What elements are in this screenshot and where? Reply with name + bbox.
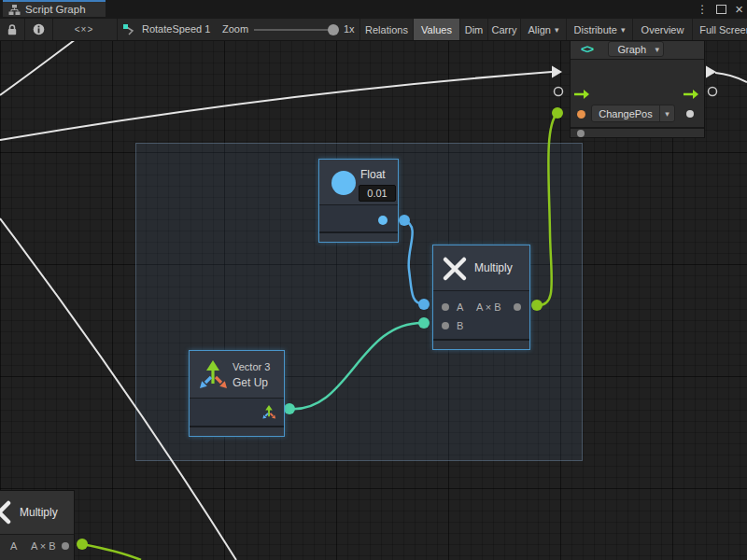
node-multiply-header: Multiply [433, 245, 529, 291]
port-label-a: A [10, 540, 17, 552]
chevron-down-icon: ▾ [555, 25, 559, 35]
code-view-icon: <×> [75, 24, 94, 35]
port-input-a[interactable] [442, 303, 449, 311]
toolbar-button-align[interactable]: Align ▾ [521, 19, 567, 40]
zoom-slider-track[interactable] [254, 29, 336, 31]
node-float[interactable]: Float [318, 159, 399, 243]
node-vector3-header: Vector 3 Get Up [190, 351, 284, 399]
breadcrumb[interactable]: RotateSpeed 1 [142, 23, 210, 35]
chevron-down-icon: ▾ [621, 25, 626, 35]
port-label-output: A × B [476, 301, 501, 313]
zoom-value: 1x [344, 23, 355, 35]
float-value-input[interactable] [359, 185, 396, 202]
node-vector3-getup[interactable]: Vector 3 Get Up [189, 350, 285, 437]
graph-dropdown-label: Graph [609, 44, 655, 55]
flow-out-arrow-icon[interactable] [683, 89, 699, 100]
port-label-output: A × B [31, 540, 56, 552]
node-vector3-body [190, 399, 284, 427]
port-label-a: A [457, 301, 463, 313]
toolbar-button-carry[interactable]: Carry [488, 19, 521, 40]
tab-bar: Script Graph ⋮ × [0, 0, 747, 19]
graph-node-icon [122, 23, 135, 36]
port-out-white[interactable] [686, 110, 694, 118]
node-vector3-footer [190, 426, 284, 436]
float-circle-icon [331, 171, 356, 195]
node-multiply-partial[interactable]: Multiply A A × B [0, 490, 75, 560]
zoom-slider-knob[interactable] [328, 24, 339, 35]
lock-icon [7, 23, 18, 36]
script-graph-window: <> Graph ▾ ChangePos ▾ Fl [0, 0, 747, 560]
changepos-dropdown-label: ChangePos [592, 108, 659, 119]
multiply-x-icon [0, 499, 12, 525]
toolbar-button-fullscreen[interactable]: Full Screen [693, 19, 747, 40]
node-multiply[interactable]: Multiply A A × B B [432, 245, 530, 350]
toolbar-button-dim[interactable]: Dim [460, 19, 488, 40]
node-float-body [319, 205, 398, 234]
port-output[interactable] [62, 542, 69, 550]
zoom-label: Zoom [222, 23, 248, 35]
node-title: Multiply [474, 261, 513, 274]
flow-in-arrow-icon[interactable] [573, 89, 590, 100]
close-icon[interactable]: × [735, 5, 743, 14]
info-button[interactable] [26, 19, 50, 40]
chevron-down-icon: ▾ [665, 109, 669, 119]
node-float-header: Float [319, 160, 398, 205]
chevron-down-icon: ▾ [655, 45, 663, 54]
code-brackets-icon: <> [581, 42, 593, 56]
code-view-button[interactable]: <×> [52, 19, 116, 40]
node-multiply-body: A A × B B [433, 291, 529, 343]
node-graph-header: <> Graph ▾ [571, 39, 704, 60]
port-output[interactable] [514, 303, 521, 311]
node-title: Multiply [20, 506, 58, 519]
vector3-axes-icon [197, 357, 231, 391]
node-title: Vector 3 [233, 361, 270, 372]
node-graph-footer [571, 127, 704, 137]
vector3-output-port-icon[interactable] [261, 404, 277, 420]
port-orange[interactable] [577, 110, 585, 119]
lock-button[interactable] [2, 19, 22, 40]
node-multiply2-body: A A × B [0, 535, 74, 560]
graph-dropdown[interactable]: Graph ▾ [608, 41, 664, 57]
multiply-x-icon [442, 256, 468, 282]
tab-title: Script Graph [25, 4, 86, 15]
port-input-b[interactable] [442, 322, 449, 329]
node-float-footer [319, 231, 398, 242]
toolbar-button-overview[interactable]: Overview [633, 19, 693, 40]
node-multiply2-header: Multiply [0, 491, 74, 535]
node-title: Float [360, 168, 386, 181]
changepos-dropdown[interactable]: ChangePos ▾ [591, 105, 675, 122]
toolbar-button-distribute[interactable]: Distribute ▾ [567, 19, 633, 40]
graph-breadcrumb-icon-cell [121, 19, 136, 40]
tab-script-graph[interactable]: Script Graph [3, 0, 106, 17]
info-icon [33, 23, 45, 35]
window-menu-icon[interactable]: ⋮ [697, 3, 708, 16]
toolbar-buttons: Relations Values Dim Carry Align ▾ Distr… [360, 19, 747, 40]
toolbar-button-values[interactable]: Values [414, 19, 460, 40]
node-graph-body: ChangePos ▾ [571, 60, 704, 127]
node-subtitle: Get Up [233, 376, 268, 389]
node-graph-unit[interactable]: <> Graph ▾ ChangePos ▾ [570, 38, 705, 138]
toolbar-button-relations[interactable]: Relations [360, 19, 414, 40]
port-float-output[interactable] [378, 216, 388, 225]
maximize-icon[interactable] [716, 5, 726, 14]
graph-toolbar: <×> RotateSpeed 1 Zoom 1x Relations Valu… [0, 19, 747, 41]
node-multiply-footer [433, 339, 529, 349]
hierarchy-icon [8, 4, 21, 16]
port-label-b: B [457, 320, 463, 331]
